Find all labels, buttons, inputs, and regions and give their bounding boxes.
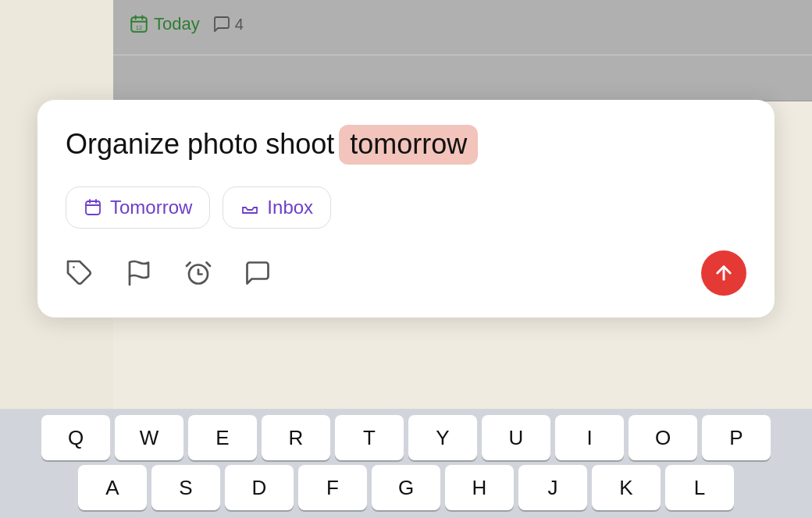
- inbox-chip[interactable]: Inbox: [223, 186, 331, 229]
- comment-icon: [212, 15, 231, 34]
- keyboard-row-2: A S D F G H J K L: [3, 465, 809, 510]
- key-q[interactable]: Q: [41, 415, 110, 460]
- tomorrow-chip-label: Tomorrow: [110, 197, 192, 218]
- comment-count: 4: [235, 16, 244, 34]
- key-h[interactable]: H: [445, 465, 514, 510]
- key-d[interactable]: D: [225, 465, 294, 510]
- key-f[interactable]: F: [298, 465, 367, 510]
- key-i[interactable]: I: [555, 415, 624, 460]
- key-j[interactable]: J: [518, 465, 587, 510]
- key-e[interactable]: E: [188, 415, 257, 460]
- app-top-bar: 12 Today 4: [113, 0, 812, 101]
- key-y[interactable]: Y: [408, 415, 477, 460]
- send-button[interactable]: [701, 250, 746, 296]
- svg-line-13: [207, 262, 211, 266]
- icon-toolbar: [66, 250, 746, 296]
- chips-row: Tomorrow Inbox: [66, 186, 746, 229]
- task-input-card: Organize photo shoot tomorrow Tomorrow I…: [37, 100, 775, 318]
- key-t[interactable]: T: [335, 415, 404, 460]
- key-a[interactable]: A: [78, 465, 147, 510]
- key-o[interactable]: O: [629, 415, 697, 460]
- inbox-chip-icon: [240, 198, 259, 217]
- key-r[interactable]: R: [262, 415, 330, 460]
- key-u[interactable]: U: [482, 415, 550, 460]
- keyboard: Q W E R T Y U I O P A S D F G H J K L: [0, 409, 812, 518]
- task-prefix: Organize photo shoot: [66, 126, 334, 163]
- inbox-chip-label: Inbox: [267, 197, 313, 218]
- svg-rect-5: [86, 201, 100, 215]
- keyboard-row-1: Q W E R T Y U I O P: [3, 415, 809, 460]
- key-s[interactable]: S: [151, 465, 220, 510]
- flag-icon[interactable]: [125, 259, 153, 287]
- key-w[interactable]: W: [115, 415, 183, 460]
- tomorrow-chip[interactable]: Tomorrow: [66, 186, 210, 229]
- svg-line-12: [187, 262, 191, 266]
- svg-text:12: 12: [136, 24, 142, 31]
- task-text: Organize photo shoot tomorrow: [66, 125, 746, 165]
- key-p[interactable]: P: [702, 415, 771, 460]
- calendar-icon: 12: [129, 14, 149, 34]
- calendar-chip-icon: [84, 198, 102, 217]
- divider: [113, 55, 812, 55]
- comment-section: 4: [212, 15, 244, 34]
- key-g[interactable]: G: [372, 465, 440, 510]
- key-l[interactable]: L: [665, 465, 734, 510]
- tag-icon[interactable]: [66, 259, 94, 287]
- task-highlight: tomorrow: [339, 125, 478, 165]
- alarm-icon[interactable]: [184, 259, 212, 287]
- key-k[interactable]: K: [592, 465, 661, 510]
- comment-toolbar-icon[interactable]: [244, 259, 272, 287]
- send-arrow-icon: [713, 262, 735, 284]
- today-section: 12 Today: [129, 14, 200, 34]
- today-label: Today: [154, 14, 200, 34]
